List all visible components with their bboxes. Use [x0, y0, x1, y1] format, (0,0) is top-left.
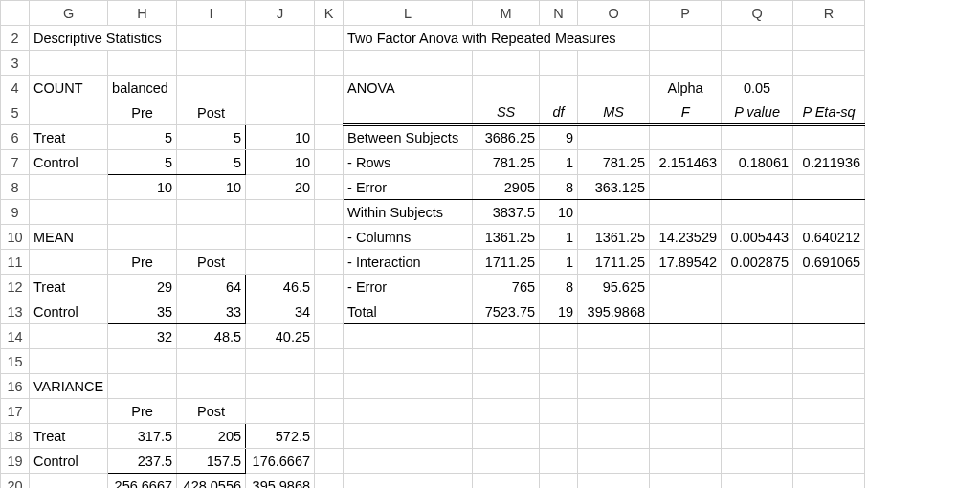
- cell[interactable]: [315, 299, 344, 324]
- cell[interactable]: [315, 374, 344, 399]
- cell[interactable]: [344, 374, 473, 399]
- col-header-H[interactable]: H: [108, 1, 177, 26]
- cell[interactable]: 1361.25: [473, 225, 540, 250]
- cell[interactable]: 5: [108, 125, 177, 150]
- cell[interactable]: [246, 100, 315, 125]
- cell[interactable]: 34: [246, 299, 315, 324]
- cell[interactable]: [578, 374, 650, 399]
- col-header-G[interactable]: G: [30, 1, 108, 26]
- cell[interactable]: [578, 76, 650, 100]
- cell[interactable]: [108, 200, 177, 225]
- cell[interactable]: 237.5: [108, 449, 177, 474]
- cell[interactable]: df: [540, 100, 578, 125]
- cell[interactable]: [722, 26, 793, 51]
- cell[interactable]: [578, 349, 650, 374]
- cell[interactable]: 32: [108, 324, 177, 349]
- cell[interactable]: [722, 324, 793, 349]
- cell[interactable]: 781.25: [578, 150, 650, 175]
- cell[interactable]: Within Subjects: [344, 200, 473, 225]
- cell[interactable]: Treat: [30, 125, 108, 150]
- cell[interactable]: 363.125: [578, 175, 650, 200]
- col-header-K[interactable]: K: [315, 1, 344, 26]
- cell[interactable]: [473, 349, 540, 374]
- cell[interactable]: [540, 449, 578, 474]
- cell[interactable]: MS: [578, 100, 650, 125]
- col-header-N[interactable]: N: [540, 1, 578, 26]
- cell[interactable]: 1711.25: [578, 250, 650, 275]
- cell[interactable]: Between Subjects: [344, 125, 473, 150]
- row-header[interactable]: 18: [1, 424, 30, 449]
- cell[interactable]: 48.5: [177, 324, 246, 349]
- cell[interactable]: [722, 424, 793, 449]
- cell[interactable]: [540, 324, 578, 349]
- cell[interactable]: [722, 51, 793, 76]
- cell[interactable]: [177, 349, 246, 374]
- cell[interactable]: [722, 374, 793, 399]
- cell[interactable]: 0.05: [722, 76, 793, 100]
- cell[interactable]: 2.151463: [650, 150, 722, 175]
- cell[interactable]: [315, 474, 344, 489]
- cell[interactable]: 95.625: [578, 275, 650, 299]
- cell[interactable]: 5: [177, 125, 246, 150]
- cell[interactable]: [30, 324, 108, 349]
- cell[interactable]: [344, 51, 473, 76]
- cell[interactable]: - Rows: [344, 150, 473, 175]
- row-header[interactable]: 2: [1, 26, 30, 51]
- cell[interactable]: [793, 349, 865, 374]
- cell[interactable]: Post: [177, 100, 246, 125]
- cell[interactable]: [722, 474, 793, 489]
- cell[interactable]: [315, 449, 344, 474]
- cell[interactable]: [793, 200, 865, 225]
- cell[interactable]: [540, 424, 578, 449]
- cell[interactable]: Total: [344, 299, 473, 324]
- cell[interactable]: Control: [30, 449, 108, 474]
- row-header[interactable]: 10: [1, 225, 30, 250]
- cell[interactable]: - Error: [344, 275, 473, 299]
- cell[interactable]: [578, 474, 650, 489]
- cell[interactable]: [344, 399, 473, 424]
- cell[interactable]: [246, 200, 315, 225]
- cell[interactable]: [793, 474, 865, 489]
- cell[interactable]: 0.005443: [722, 225, 793, 250]
- cell[interactable]: 781.25: [473, 150, 540, 175]
- cell[interactable]: MEAN: [30, 225, 108, 250]
- cell[interactable]: - Columns: [344, 225, 473, 250]
- cell[interactable]: [246, 51, 315, 76]
- cell[interactable]: Treat: [30, 424, 108, 449]
- cell[interactable]: [578, 51, 650, 76]
- cell[interactable]: P value: [722, 100, 793, 125]
- cell[interactable]: 256.6667: [108, 474, 177, 489]
- row-header[interactable]: 7: [1, 150, 30, 175]
- cell[interactable]: [793, 449, 865, 474]
- cell[interactable]: 3837.5: [473, 200, 540, 225]
- cell[interactable]: [722, 449, 793, 474]
- cell[interactable]: 1711.25: [473, 250, 540, 275]
- cell[interactable]: [473, 374, 540, 399]
- cell[interactable]: [578, 200, 650, 225]
- cell[interactable]: [722, 275, 793, 299]
- cell[interactable]: [650, 474, 722, 489]
- cell[interactable]: [315, 349, 344, 374]
- cell[interactable]: [793, 125, 865, 150]
- cell[interactable]: 9: [540, 125, 578, 150]
- row-header[interactable]: 3: [1, 51, 30, 76]
- cell[interactable]: [473, 76, 540, 100]
- cell[interactable]: [540, 349, 578, 374]
- cell[interactable]: [650, 125, 722, 150]
- row-header[interactable]: 4: [1, 76, 30, 100]
- cell[interactable]: 3686.25: [473, 125, 540, 150]
- cell[interactable]: - Interaction: [344, 250, 473, 275]
- cell[interactable]: [793, 275, 865, 299]
- cell[interactable]: 19: [540, 299, 578, 324]
- cell[interactable]: 0.691065: [793, 250, 865, 275]
- cell[interactable]: Post: [177, 399, 246, 424]
- cell[interactable]: [315, 200, 344, 225]
- cell[interactable]: [30, 399, 108, 424]
- cell[interactable]: [246, 349, 315, 374]
- cell[interactable]: [473, 474, 540, 489]
- cell[interactable]: [246, 374, 315, 399]
- cell[interactable]: [30, 200, 108, 225]
- cell[interactable]: [344, 324, 473, 349]
- cell[interactable]: SS: [473, 100, 540, 125]
- cell[interactable]: [793, 399, 865, 424]
